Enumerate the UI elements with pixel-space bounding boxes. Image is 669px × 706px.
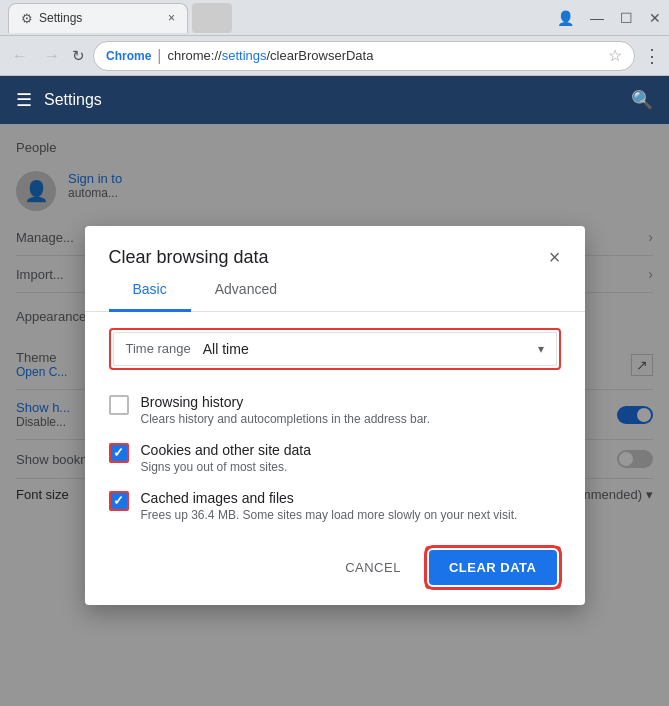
modal-title: Clear browsing data <box>109 247 269 268</box>
time-range-dropdown-icon: ▾ <box>538 342 544 356</box>
settings-search-icon[interactable]: 🔍 <box>631 89 653 111</box>
clear-browsing-data-dialog: Clear browsing data × Basic Advanced Tim… <box>85 226 585 605</box>
cancel-button[interactable]: CANCEL <box>329 552 417 583</box>
url-text: chrome://settings/clearBrowserData <box>168 48 374 63</box>
url-path: settings <box>222 48 267 63</box>
browsing-history-desc: Clears history and autocompletions in th… <box>141 412 431 426</box>
cached-checkbox[interactable] <box>109 491 129 511</box>
cookies-item: Cookies and other site data Signs you ou… <box>109 434 561 482</box>
address-bar: ← → ↻ Chrome | chrome://settings/clearBr… <box>0 36 669 76</box>
time-range-wrapper: Time range All time ▾ <box>109 328 561 370</box>
settings-gear-icon: ⚙ <box>21 11 33 26</box>
browsing-history-item: Browsing history Clears history and auto… <box>109 386 561 434</box>
tab-close-button[interactable]: × <box>168 11 175 25</box>
chrome-brand-icon: Chrome <box>106 49 151 63</box>
modal-header: Clear browsing data × <box>85 226 585 269</box>
cached-desc: Frees up 36.4 MB. Some sites may load mo… <box>141 508 518 522</box>
cached-item: Cached images and files Frees up 36.4 MB… <box>109 482 561 530</box>
cookies-desc: Signs you out of most sites. <box>141 460 311 474</box>
account-icon[interactable]: 👤 <box>557 10 574 26</box>
new-tab-area <box>192 3 232 33</box>
browser-tab[interactable]: ⚙ Settings × <box>8 3 188 33</box>
time-range-select[interactable]: Time range All time ▾ <box>113 332 557 366</box>
reload-button[interactable]: ↻ <box>72 47 85 65</box>
cookies-checkbox[interactable] <box>109 443 129 463</box>
modal-footer: CANCEL CLEAR DATA <box>85 530 585 605</box>
window-controls: 👤 — ☐ ✕ <box>557 10 661 26</box>
modal-tabs: Basic Advanced <box>85 269 585 312</box>
modal-overlay: Clear browsing data × Basic Advanced Tim… <box>0 124 669 706</box>
modal-body: Time range All time ▾ Browsing history C… <box>85 312 585 530</box>
cookies-label: Cookies and other site data <box>141 442 311 458</box>
hamburger-menu-icon[interactable]: ☰ <box>16 89 32 111</box>
browsing-history-checkbox[interactable] <box>109 395 129 415</box>
back-button[interactable]: ← <box>8 47 32 65</box>
title-bar: ⚙ Settings × 👤 — ☐ ✕ <box>0 0 669 36</box>
time-range-value: All time <box>203 341 538 357</box>
time-range-label: Time range <box>126 341 191 356</box>
forward-button[interactable]: → <box>40 47 64 65</box>
settings-header: ☰ Settings 🔍 <box>0 76 669 124</box>
clear-button-wrapper: CLEAR DATA <box>425 546 561 589</box>
cached-label: Cached images and files <box>141 490 518 506</box>
modal-close-button[interactable]: × <box>549 246 561 269</box>
bookmark-star-icon[interactable]: ☆ <box>608 46 622 65</box>
tab-advanced[interactable]: Advanced <box>191 269 301 312</box>
url-input[interactable]: Chrome | chrome://settings/clearBrowserD… <box>93 41 635 71</box>
minimize-button[interactable]: — <box>590 10 604 26</box>
settings-header-title: Settings <box>44 91 102 109</box>
browsing-history-label: Browsing history <box>141 394 431 410</box>
settings-background: People 👤 Sign in to automa... Manage... … <box>0 124 669 706</box>
maximize-button[interactable]: ☐ <box>620 10 633 26</box>
browser-menu-button[interactable]: ⋮ <box>643 45 661 67</box>
tab-title: Settings <box>39 11 82 25</box>
tab-basic[interactable]: Basic <box>109 269 191 312</box>
clear-data-button[interactable]: CLEAR DATA <box>429 550 557 585</box>
close-button[interactable]: ✕ <box>649 10 661 26</box>
url-separator: | <box>157 47 161 65</box>
